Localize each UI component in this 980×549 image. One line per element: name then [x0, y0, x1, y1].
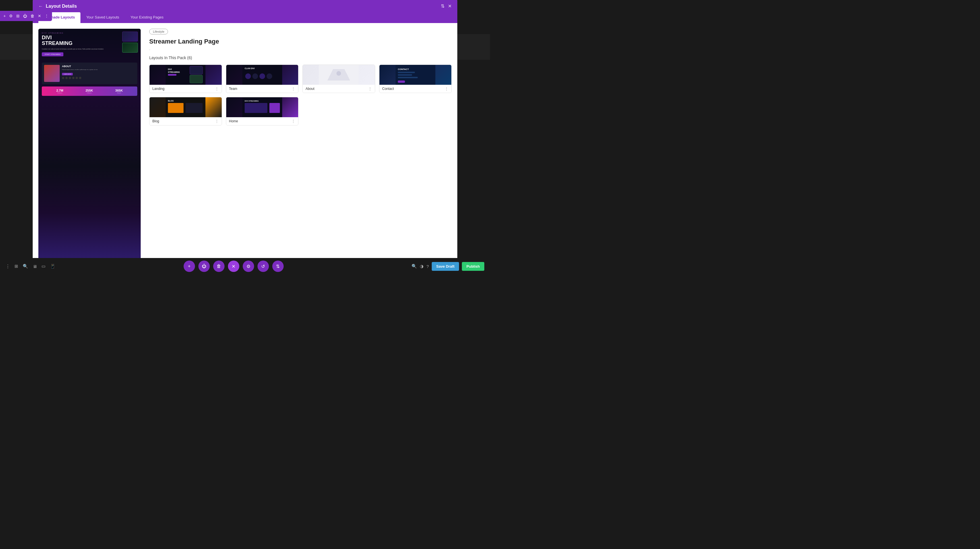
preview-about-text: ABOUT Praesent sapien massa, convallis a…	[62, 65, 98, 82]
left-toolbar: + ⚙ ⊞ ⏻ 🗑 ✕ ⋮	[0, 11, 52, 21]
history-button[interactable]: ↺	[258, 260, 269, 272]
save-draft-button[interactable]: Save Draft	[432, 262, 459, 271]
grid-tool-icon[interactable]: ⊞	[16, 13, 20, 19]
tab-existing[interactable]: Your Existing Pages	[125, 12, 169, 23]
social-icon-1	[62, 77, 64, 79]
svg-rect-24	[186, 103, 203, 113]
svg-rect-5	[190, 75, 203, 83]
delete-button[interactable]: 🗑	[213, 260, 224, 272]
preview-panel: DIVI STREAMING DIVISTREAMING Curabitur n…	[38, 29, 141, 269]
thumb-img-contact: CONTACT	[379, 65, 452, 85]
preview-card-2	[122, 43, 138, 53]
modal-header: ← Layout Details ⇅ ✕	[33, 0, 457, 12]
tablet-icon[interactable]: ▭	[41, 264, 46, 269]
close-tool-icon[interactable]: ✕	[37, 13, 42, 19]
search-bottom-icon[interactable]: 🔍	[412, 264, 417, 269]
thumb-svg-team: CLAN DIVI	[226, 65, 298, 85]
thumb-name-team: Team	[229, 87, 237, 91]
preview-about-title: ABOUT	[62, 65, 98, 68]
trash-tool-icon[interactable]: 🗑	[30, 13, 35, 19]
svg-text:BLOG: BLOG	[168, 100, 174, 102]
bg-left-panel	[0, 34, 33, 60]
svg-rect-19	[398, 77, 417, 78]
layers-icon[interactable]: ◑	[420, 264, 423, 269]
layout-thumb-contact[interactable]: CONTACT Contact ⋮	[379, 65, 452, 93]
svg-text:CONTACT: CONTACT	[398, 68, 409, 70]
bottom-toolbar-right: 🔍 ◑ ? Save Draft Publish	[412, 262, 484, 271]
mobile-icon[interactable]: 📱	[50, 264, 56, 269]
stat-value-3: 365K	[115, 89, 123, 92]
thumb-img-team: CLAN DIVI	[226, 65, 298, 85]
thumb-menu-landing[interactable]: ⋮	[215, 86, 219, 91]
svg-point-9	[252, 73, 258, 79]
thumb-menu-blog[interactable]: ⋮	[215, 119, 219, 123]
layout-thumb-team[interactable]: CLAN DIVI Team ⋮	[226, 65, 299, 93]
back-icon[interactable]: ←	[38, 4, 43, 9]
svg-rect-28	[269, 103, 280, 113]
preview-card-1	[122, 32, 138, 41]
settings-button[interactable]: ⚙	[243, 260, 254, 272]
layout-thumb-home[interactable]: DIVI STREAMING Home ⋮	[226, 97, 299, 125]
layout-thumb-about[interactable]: About ⋮	[302, 65, 375, 93]
svg-point-10	[259, 73, 265, 79]
thumb-footer-team: Team ⋮	[226, 85, 298, 93]
thumb-name-blog: Blog	[152, 119, 159, 123]
bottom-toolbar: ⋮ ⊞ 🔍 🖥 ▭ 📱 + ⏻ 🗑 ✕ ⚙ ↺ ⇅ 🔍 ◑ ? Save Dra…	[0, 258, 490, 274]
help-icon[interactable]: ?	[426, 264, 429, 269]
preview-about-image	[44, 65, 60, 82]
add-tool-icon[interactable]: +	[3, 13, 6, 19]
preview-stat-2: 255K Followers	[86, 89, 93, 94]
thumb-menu-home[interactable]: ⋮	[291, 119, 295, 123]
social-icon-5	[76, 77, 78, 79]
desktop-icon[interactable]: 🖥	[33, 264, 37, 269]
social-icon-2	[65, 77, 68, 79]
modal-header-left: ← Layout Details	[38, 4, 77, 9]
preview-floating-cards	[122, 32, 138, 53]
power-tool-icon[interactable]: ⏻	[22, 13, 27, 19]
layout-thumb-landing[interactable]: DIVI STREAMING Landing ⋮	[149, 65, 222, 93]
preview-social-icons	[62, 77, 98, 79]
pack-label: Layouts In This Pack (6)	[149, 56, 452, 60]
close-button[interactable]: ✕	[228, 260, 239, 272]
thumb-svg-blog: BLOG	[150, 97, 222, 117]
stat-value-2: 255K	[86, 89, 93, 92]
preview-cta-button[interactable]: START STREAMING	[42, 52, 64, 56]
thumb-svg-home: DIVI STREAMING	[226, 97, 298, 117]
tabs-bar: Premade Layouts Your Saved Layouts Your …	[33, 12, 457, 23]
tab-saved[interactable]: Your Saved Layouts	[80, 12, 125, 23]
thumb-svg-about	[303, 65, 375, 85]
thumb-img-home: DIVI STREAMING	[226, 97, 298, 117]
publish-button[interactable]: Publish	[462, 262, 484, 271]
thumb-menu-contact[interactable]: ⋮	[444, 86, 449, 91]
social-icon-4	[72, 77, 75, 79]
sort-icon[interactable]: ⇅	[441, 3, 444, 9]
preview-stats-bar: 2.7M Followers 255K Followers 365K Disco…	[42, 86, 137, 96]
power-button[interactable]: ⏻	[198, 260, 210, 272]
menu-icon[interactable]: ⋮	[6, 264, 10, 269]
search-icon[interactable]: 🔍	[23, 264, 28, 269]
thumb-menu-team[interactable]: ⋮	[291, 86, 295, 91]
modal-header-right: ⇅ ✕	[441, 3, 452, 9]
preview-learn-more[interactable]: LEARN MORE	[62, 73, 73, 75]
svg-rect-20	[398, 80, 405, 83]
svg-rect-23	[168, 103, 184, 113]
add-section-button[interactable]: +	[184, 260, 195, 272]
svg-point-14	[337, 71, 341, 76]
svg-point-11	[266, 73, 272, 79]
modal-close-icon[interactable]: ✕	[448, 3, 452, 9]
thumb-footer-about: About ⋮	[303, 85, 375, 93]
details-panel: Lifestyle Streamer Landing Page . Layout…	[149, 29, 452, 269]
stat-label-3: Discord	[115, 92, 123, 94]
adjust-button[interactable]: ⇅	[272, 260, 284, 272]
preview-about-section: ABOUT Praesent sapien massa, convallis a…	[42, 62, 137, 84]
stat-value-1: 2.7M	[56, 89, 63, 92]
settings-tool-icon[interactable]: ⚙	[8, 13, 13, 19]
stat-label-1: Followers	[56, 92, 63, 94]
thumb-menu-about[interactable]: ⋮	[368, 86, 372, 91]
layout-thumb-blog[interactable]: BLOG Blog ⋮	[149, 97, 222, 125]
thumb-img-blog: BLOG	[150, 97, 222, 117]
layout-icon[interactable]: ⊞	[14, 264, 18, 269]
svg-rect-4	[190, 66, 203, 74]
bg-right-panel	[457, 34, 490, 60]
more-tool-icon[interactable]: ⋮	[44, 13, 49, 19]
